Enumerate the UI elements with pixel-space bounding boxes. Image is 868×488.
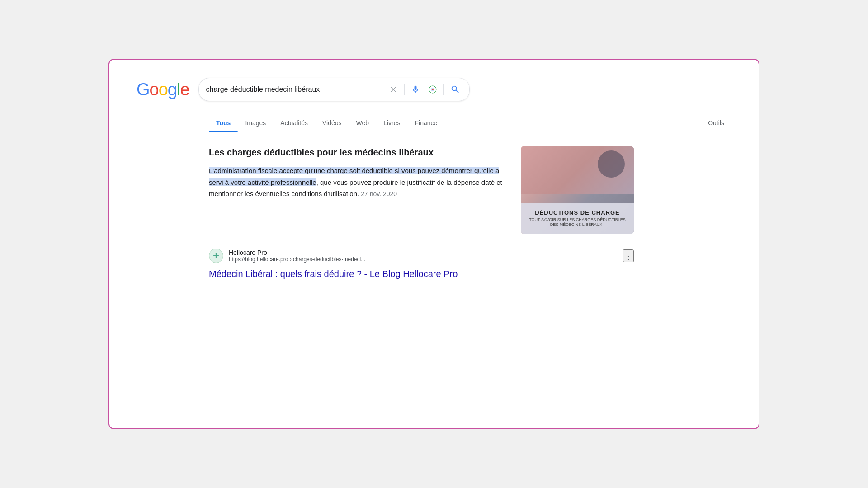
logo-g2: g — [168, 80, 177, 99]
tab-web[interactable]: Web — [349, 114, 377, 132]
snippet-image-subtitle: TOUT SAVOIR SUR LES CHARGES DÉDUCTIBLES … — [526, 217, 628, 228]
svg-rect-2 — [216, 253, 217, 258]
tab-outils[interactable]: Outils — [701, 114, 731, 132]
snippet-date: 27 nov. 2020 — [361, 190, 397, 197]
lens-icon — [428, 85, 437, 94]
snippet-image-column: DÉDUCTIONS DE CHARGE TOUT SAVOIR SUR LES… — [521, 146, 634, 234]
snippet-text-column: Les charges déductibles pour les médecin… — [209, 146, 503, 234]
snippet-title: Les charges déductibles pour les médecin… — [209, 146, 503, 159]
voice-search-button[interactable] — [409, 83, 422, 96]
search-bar — [198, 78, 470, 101]
logo-g: G — [137, 80, 150, 99]
tabs-row: Tous Images Actualités Vidéos Web Livres… — [137, 114, 731, 132]
results-area: Les charges déductibles pour les médecin… — [137, 146, 634, 280]
tab-videos[interactable]: Vidéos — [315, 114, 349, 132]
snippet-body: L'administration fiscale accepte qu'une … — [209, 165, 503, 200]
result-link[interactable]: Médecin Libéral : quels frais déduire ? … — [209, 267, 634, 280]
tab-livres[interactable]: Livres — [376, 114, 407, 132]
search-divider — [404, 84, 405, 95]
mic-icon — [411, 85, 420, 94]
source-more-options-button[interactable]: ⋮ — [623, 249, 634, 262]
clear-button[interactable] — [387, 83, 400, 96]
browser-frame: Google — [108, 59, 760, 429]
search-submit-button[interactable] — [448, 83, 462, 96]
source-info: Hellocare Pro https://blog.hellocare.pro… — [229, 249, 365, 263]
logo-o1: o — [150, 80, 159, 99]
snippet-image: DÉDUCTIONS DE CHARGE TOUT SAVOIR SUR LES… — [521, 146, 634, 234]
header-row: Google — [137, 78, 731, 101]
search-bar-icons — [387, 83, 462, 96]
tab-finance[interactable]: Finance — [408, 114, 445, 132]
hellocare-icon — [212, 252, 220, 260]
source-name: Hellocare Pro — [229, 249, 365, 256]
search-divider-2 — [443, 84, 444, 95]
featured-snippet: Les charges déductibles pour les médecin… — [209, 146, 634, 234]
tab-images[interactable]: Images — [238, 114, 273, 132]
source-favicon — [209, 249, 223, 263]
source-url: https://blog.hellocare.pro › charges-ded… — [229, 256, 365, 263]
svg-point-0 — [432, 89, 434, 90]
lens-search-button[interactable] — [426, 83, 439, 96]
search-input[interactable] — [206, 85, 382, 94]
snippet-image-circle — [598, 150, 625, 178]
tab-tous[interactable]: Tous — [209, 114, 238, 132]
logo-e: e — [180, 80, 189, 99]
snippet-image-overlay: DÉDUCTIONS DE CHARGE TOUT SAVOIR SUR LES… — [521, 203, 634, 234]
tab-actualites[interactable]: Actualités — [273, 114, 315, 132]
close-icon — [389, 85, 398, 94]
source-row: Hellocare Pro https://blog.hellocare.pro… — [209, 249, 634, 263]
logo-o2: o — [159, 80, 168, 99]
snippet-image-title: DÉDUCTIONS DE CHARGE — [526, 209, 628, 216]
google-logo: Google — [137, 80, 189, 99]
search-icon — [450, 84, 460, 94]
